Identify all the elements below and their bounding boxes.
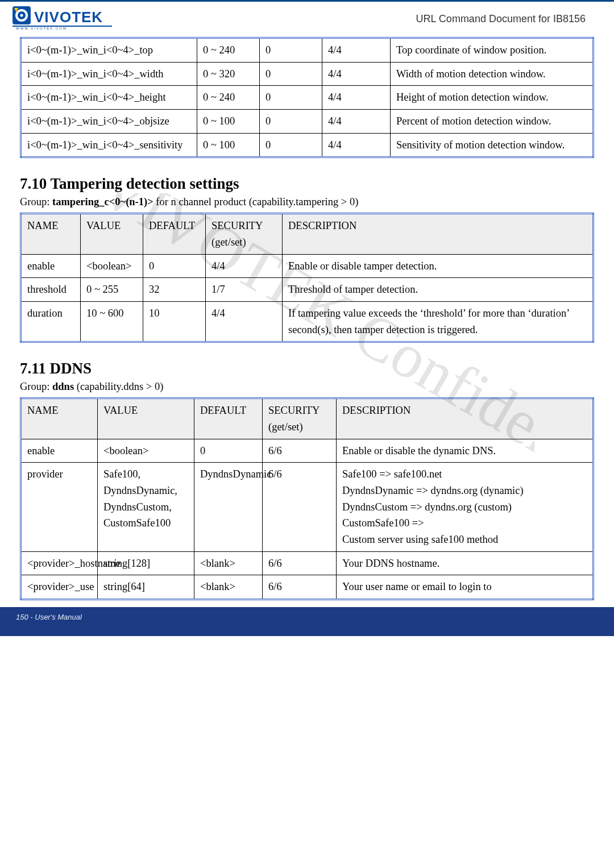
table-header-row: NAME VALUE DEFAULT SECURITY(get/set) DES… [21, 214, 594, 254]
group-tampering: Group: tampering_c<0~(n-1)> for n channe… [20, 196, 594, 208]
col-default: DEFAULT [194, 398, 263, 439]
ddns-table: NAME VALUE DEFAULT SECURITY(get/set) DES… [20, 397, 594, 600]
table-row: i<0~(m-1)>_win_i<0~4>_top 0 ~ 240 0 4/4 … [21, 38, 594, 63]
param-name: duration [21, 302, 81, 342]
table-row: threshold 0 ~ 255 32 1/7 Threshold of ta… [21, 278, 594, 302]
param-name: <provider>_use [21, 575, 98, 600]
param-desc: Width of motion detection window. [391, 62, 594, 86]
svg-text:WWW.VIVOTEK.COM: WWW.VIVOTEK.COM [16, 27, 67, 30]
table-row: <provider>_use string[64] <blank> 6/6 Yo… [21, 575, 594, 600]
param-desc: Your user name or email to login to [337, 575, 594, 600]
group-suffix: for n channel product (capability.tamper… [154, 196, 359, 207]
param-value: 0 ~ 100 [197, 133, 260, 157]
param-security: 4/4 [322, 62, 391, 86]
param-default: 0 [260, 86, 322, 110]
param-name: enable [21, 254, 81, 278]
param-value: <boolean> [81, 254, 143, 278]
param-security: 4/4 [206, 302, 283, 342]
page-header: VIVOTEK WWW.VIVOTEK.COM URL Command Docu… [0, 3, 614, 32]
param-security: 6/6 [263, 463, 337, 551]
param-default: <blank> [194, 575, 263, 600]
param-default: 0 [260, 62, 322, 86]
param-desc: Top coordinate of window position. [391, 38, 594, 63]
group-bold: ddns [52, 381, 74, 392]
motion-window-table: i<0~(m-1)>_win_i<0~4>_top 0 ~ 240 0 4/4 … [20, 37, 594, 158]
param-security: 4/4 [322, 110, 391, 134]
param-desc: If tampering value exceeds the ‘threshol… [283, 302, 594, 342]
heading-ddns: 7.11 DDNS [20, 360, 594, 377]
param-desc: Percent of motion detection window. [391, 110, 594, 134]
param-name: provider [21, 463, 98, 551]
col-value: VALUE [98, 398, 194, 439]
table-row: i<0~(m-1)>_win_i<0~4>_width 0 ~ 320 0 4/… [21, 62, 594, 86]
table-row: i<0~(m-1)>_win_i<0~4>_height 0 ~ 240 0 4… [21, 86, 594, 110]
param-name: threshold [21, 278, 81, 302]
tampering-table: NAME VALUE DEFAULT SECURITY(get/set) DES… [20, 213, 594, 343]
param-default: 0 [260, 133, 322, 157]
param-value: string[128] [98, 551, 194, 575]
param-security: 4/4 [322, 86, 391, 110]
param-default: 0 [194, 439, 263, 463]
page-footer: 150 - User's Manual [0, 607, 614, 636]
param-name: enable [21, 439, 98, 463]
param-value: <boolean> [98, 439, 194, 463]
param-default: 32 [143, 278, 206, 302]
param-name: i<0~(m-1)>_win_i<0~4>_sensitivity [21, 133, 197, 157]
param-name: i<0~(m-1)>_win_i<0~4>_height [21, 86, 197, 110]
group-suffix: (capability.ddns > 0) [74, 381, 163, 392]
param-security: 4/4 [322, 38, 391, 63]
table-row: enable <boolean> 0 6/6 Enable or disable… [21, 439, 594, 463]
param-desc: Height of motion detection window. [391, 86, 594, 110]
group-ddns: Group: ddns (capability.ddns > 0) [20, 381, 594, 393]
param-name: i<0~(m-1)>_win_i<0~4>_width [21, 62, 197, 86]
param-value: 0 ~ 255 [81, 278, 143, 302]
col-value: VALUE [81, 214, 143, 254]
param-security: 6/6 [263, 439, 337, 463]
param-desc: Enable or disable tamper detection. [283, 254, 594, 278]
param-desc: Safe100 => safe100.net DyndnsDynamic => … [337, 463, 594, 551]
col-desc: DESCRIPTION [283, 214, 594, 254]
footer-text: 150 - User's Manual [16, 613, 82, 621]
param-security: 1/7 [206, 278, 283, 302]
table-row: provider Safe100, DyndnsDynamic, DyndnsC… [21, 463, 594, 551]
param-security: 4/4 [206, 254, 283, 278]
param-default: 0 [260, 110, 322, 134]
param-default: DyndnsDynamic [194, 463, 263, 551]
table-header-row: NAME VALUE DEFAULT SECURITY(get/set) DES… [21, 398, 594, 439]
col-security: SECURITY(get/set) [206, 214, 283, 254]
param-name: <provider>_hostname [21, 551, 98, 575]
param-value: string[64] [98, 575, 194, 600]
group-prefix: Group: [20, 196, 52, 207]
param-value: 0 ~ 320 [197, 62, 260, 86]
heading-tampering: 7.10 Tampering detection settings [20, 175, 594, 193]
param-desc: Enable or disable the dynamic DNS. [337, 439, 594, 463]
param-security: 6/6 [263, 575, 337, 600]
param-security: 6/6 [263, 551, 337, 575]
param-name: i<0~(m-1)>_win_i<0~4>_top [21, 38, 197, 63]
col-name: NAME [21, 398, 98, 439]
group-prefix: Group: [20, 381, 52, 392]
col-security-l1: SECURITY [211, 220, 263, 231]
doc-title: URL Command Document for IB8156 [416, 13, 586, 25]
svg-text:VIVOTEK: VIVOTEK [34, 9, 103, 26]
param-desc: Sensitivity of motion detection window. [391, 133, 594, 157]
table-row: i<0~(m-1)>_win_i<0~4>_objsize 0 ~ 100 0 … [21, 110, 594, 134]
param-default: <blank> [194, 551, 263, 575]
svg-point-2 [20, 14, 23, 17]
col-desc: DESCRIPTION [337, 398, 594, 439]
param-value: 0 ~ 240 [197, 86, 260, 110]
col-security: SECURITY(get/set) [263, 398, 337, 439]
group-bold: tampering_c<0~(n-1)> [52, 196, 154, 207]
param-value: Safe100, DyndnsDynamic, DyndnsCustom, Cu… [98, 463, 194, 551]
param-value: 0 ~ 100 [197, 110, 260, 134]
table-row: <provider>_hostname string[128] <blank> … [21, 551, 594, 575]
col-security-l2: (get/set) [268, 421, 303, 433]
param-desc: Your DDNS hostname. [337, 551, 594, 575]
param-value: 0 ~ 240 [197, 38, 260, 63]
col-default: DEFAULT [143, 214, 206, 254]
table-row: i<0~(m-1)>_win_i<0~4>_sensitivity 0 ~ 10… [21, 133, 594, 157]
param-value: 10 ~ 600 [81, 302, 143, 342]
param-default: 10 [143, 302, 206, 342]
param-default: 0 [260, 38, 322, 63]
param-desc: Threshold of tamper detection. [283, 278, 594, 302]
